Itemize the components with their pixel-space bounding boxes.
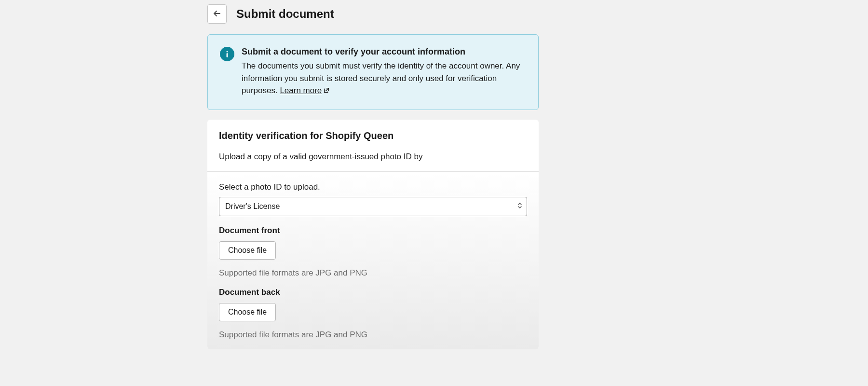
verification-title: Identity verification for Shopify Queen [219,130,527,141]
photo-id-select[interactable]: Driver's License [219,197,527,216]
choose-file-back-button[interactable]: Choose file [219,303,276,321]
info-banner-content: Submit a document to verify your account… [242,47,524,97]
page-header: Submit document [207,0,539,34]
svg-rect-2 [227,53,228,57]
info-banner-body: The documents you submit must verify the… [242,60,524,97]
choose-file-front-button[interactable]: Choose file [219,241,276,260]
front-hint: Supported file formats are JPG and PNG [219,268,527,278]
photo-id-select-label: Select a photo ID to upload. [219,182,527,192]
arrow-left-icon [212,9,222,20]
upload-section: Select a photo ID to upload. Driver's Li… [207,171,539,349]
page-title: Submit document [236,7,334,21]
back-hint: Supported file formats are JPG and PNG [219,330,527,340]
info-icon [220,47,234,61]
svg-line-3 [326,88,329,91]
svg-point-1 [227,51,228,53]
info-banner: Submit a document to verify your account… [207,34,539,110]
learn-more-link[interactable]: Learn more [280,86,322,95]
verification-subtitle: Upload a copy of a valid government-issu… [219,152,527,162]
info-banner-title: Submit a document to verify your account… [242,47,524,57]
photo-id-select-wrap: Driver's License [219,197,527,216]
document-back-label: Document back [219,288,527,297]
document-front-label: Document front [219,226,527,235]
external-link-icon [323,85,330,97]
back-button[interactable] [207,4,227,24]
verification-header-section: Identity verification for Shopify Queen … [207,120,539,171]
verification-card: Identity verification for Shopify Queen … [207,120,539,349]
